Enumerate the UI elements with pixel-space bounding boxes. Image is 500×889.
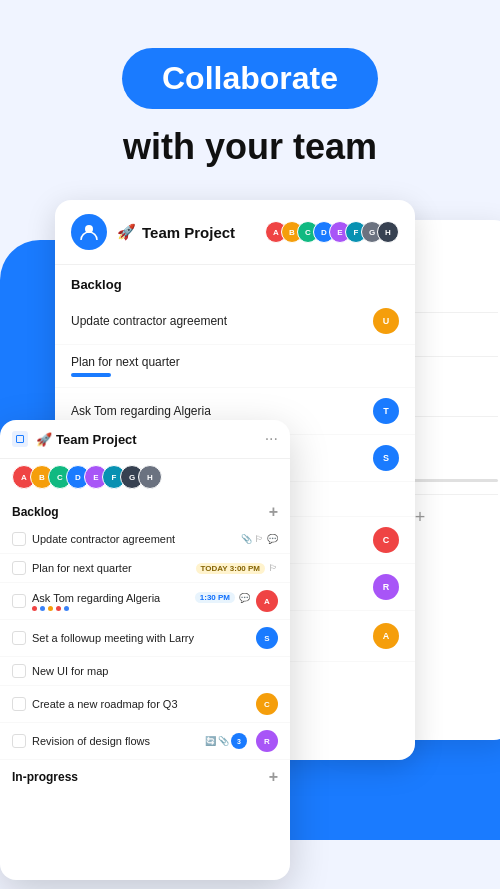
front-task-row[interactable]: Create a new roadmap for Q3 C [0, 686, 290, 723]
main-panel-header: 🚀 Team Project A B C D E F G H [55, 200, 415, 265]
task-checkbox[interactable] [12, 532, 26, 546]
front-task-avatar: C [256, 693, 278, 715]
front-panel-header: 🚀 Team Project ··· [0, 420, 290, 459]
task-checkbox[interactable] [12, 631, 26, 645]
team-avatar: H [377, 221, 399, 243]
front-task-text: Ask Tom regarding Algeria [32, 592, 191, 604]
task-checkbox[interactable] [12, 561, 26, 575]
task-text: Plan for next quarter [71, 355, 399, 369]
front-team-avatar: H [138, 465, 162, 489]
flag-icon: 🏳 [269, 563, 278, 573]
dot-row [32, 606, 250, 611]
task-avatar: S [373, 445, 399, 471]
today-tag: TODAY 3:00 PM [196, 563, 265, 574]
front-task-text: Update contractor agreement [32, 533, 235, 545]
backlog-section-header: Backlog [55, 265, 415, 298]
front-task-text: Revision of design flows [32, 735, 199, 747]
task-row: Plan for next quarter [55, 345, 415, 388]
task-avatar: C [373, 527, 399, 553]
front-panel-emoji: 🚀 [36, 432, 52, 447]
app-icon [12, 431, 28, 447]
collaborate-badge: Collaborate [122, 48, 378, 109]
progress-bar [71, 373, 111, 377]
front-panel-title: 🚀 Team Project [36, 432, 137, 447]
task-text: Ask Tom regarding Algeria [71, 404, 363, 418]
comment-icon: 💬 [239, 593, 250, 603]
front-task-row[interactable]: New UI for map [0, 657, 290, 686]
front-task-text: Create a new roadmap for Q3 [32, 698, 250, 710]
task-icons: 📎 🏳 💬 [241, 534, 278, 544]
task-number-badge: 3 [231, 733, 247, 749]
front-task-row[interactable]: Ask Tom regarding Algeria 1:30 PM 💬 A [0, 583, 290, 620]
task-avatar: T [373, 398, 399, 424]
task-checkbox[interactable] [12, 697, 26, 711]
front-task-avatar: A [256, 590, 278, 612]
front-task-text: New UI for map [32, 665, 278, 677]
front-backlog-header: Backlog + [0, 495, 290, 525]
repeat-icon: 🔄 [205, 736, 216, 746]
front-task-avatar: S [256, 627, 278, 649]
front-task-row[interactable]: Revision of design flows 🔄 📎 3 R [0, 723, 290, 760]
front-task-row[interactable]: Set a followup meeting with Larry S [0, 620, 290, 657]
front-task-row[interactable]: Update contractor agreement 📎 🏳 💬 [0, 525, 290, 554]
task-content: Plan for next quarter [71, 355, 399, 377]
dot-blue2 [64, 606, 69, 611]
front-task-content: Ask Tom regarding Algeria 1:30 PM 💬 [32, 592, 250, 611]
task-icons-row: 🔄 📎 3 [205, 733, 247, 749]
dot-red2 [56, 606, 61, 611]
front-backlog-label: Backlog [12, 505, 59, 519]
dot-red [32, 606, 37, 611]
front-task-avatar: R [256, 730, 278, 752]
time-tag: 1:30 PM [195, 592, 235, 603]
front-task-text: Plan for next quarter [32, 562, 192, 574]
dot-blue [40, 606, 45, 611]
task-checkbox[interactable] [12, 594, 26, 608]
task-checkbox[interactable] [12, 664, 26, 678]
task-text-row: Plan for next quarter TODAY 3:00 PM 🏳 [32, 562, 278, 574]
add-backlog-button[interactable]: + [269, 503, 278, 521]
panel-avatar [71, 214, 107, 250]
hero-subtitle: with your team [20, 125, 480, 168]
menu-dots[interactable]: ··· [265, 430, 278, 448]
front-task-row[interactable]: Plan for next quarter TODAY 3:00 PM 🏳 [0, 554, 290, 583]
attach-icon: 📎 [241, 534, 252, 544]
hero-section: Collaborate with your team [0, 0, 500, 188]
paperclip-icon: 📎 [218, 736, 229, 746]
dot-orange [48, 606, 53, 611]
front-task-content: Plan for next quarter TODAY 3:00 PM 🏳 [32, 562, 278, 574]
front-panel: 🚀 Team Project ··· A B C D E F G H Backl… [0, 420, 290, 880]
task-avatar: U [373, 308, 399, 334]
panel-title: 🚀 Team Project [117, 223, 235, 241]
mockup-area: In- B...e... R... L...a... A...W...w... … [0, 200, 500, 889]
checkbox-shape [16, 435, 24, 443]
task-row: Update contractor agreement U [55, 298, 415, 345]
task-text-row: Ask Tom regarding Algeria 1:30 PM 💬 [32, 592, 250, 604]
task-avatar: R [373, 574, 399, 600]
task-avatar: A [373, 623, 399, 649]
task-text: Update contractor agreement [71, 314, 363, 328]
front-inprogress-header: In-progress + [0, 760, 290, 790]
task-avatar-end: A [373, 623, 399, 649]
front-task-text: Set a followup meeting with Larry [32, 632, 250, 644]
flag-icon: 🏳 [255, 534, 264, 544]
front-avatar-group: A B C D E F G H [0, 459, 290, 495]
avatar-group: A B C D E F G H [271, 221, 399, 243]
front-inprogress-label: In-progress [12, 770, 78, 784]
task-checkbox[interactable] [12, 734, 26, 748]
panel-title-text: Team Project [142, 224, 235, 241]
front-panel-title-text: Team Project [56, 432, 137, 447]
panel-emoji: 🚀 [117, 223, 136, 241]
add-inprogress-button[interactable]: + [269, 768, 278, 786]
comment-icon: 💬 [267, 534, 278, 544]
